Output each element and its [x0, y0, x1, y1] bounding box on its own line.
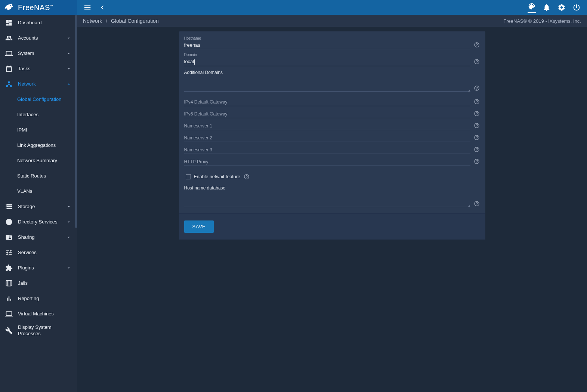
breadcrumb-bar: Network / Global Configuration FreeNAS® … [77, 15, 587, 27]
sidebar-item-reporting[interactable]: Reporting [0, 291, 77, 306]
global-config-card: Hostname Domain local [179, 31, 485, 240]
bell-icon [543, 3, 551, 12]
additional-domains-label: Additional Domains [184, 70, 480, 75]
sidebar-item-label: Storage [18, 204, 65, 209]
svg-point-5 [10, 5, 11, 6]
sidebar-subitem-interfaces[interactable]: Interfaces [0, 107, 77, 122]
info-icon [5, 218, 13, 226]
jail-icon [5, 280, 13, 287]
save-button[interactable]: SAVE [184, 220, 214, 233]
sidebar-item-dashboard[interactable]: Dashboard [0, 15, 77, 30]
palette-icon [528, 2, 536, 10]
nameserver1-input[interactable] [184, 122, 470, 130]
settings-button[interactable] [554, 0, 569, 15]
sidebar-item-virtual-machines[interactable]: Virtual Machines [0, 306, 77, 321]
nameserver3-input[interactable] [184, 146, 470, 154]
sidebar-item-label: Plugins [18, 265, 65, 271]
sidebar-item-directory-services[interactable]: Directory Services [0, 214, 77, 229]
gear-icon [557, 3, 566, 12]
folder-shared-icon [5, 234, 13, 241]
hostname-label: Hostname [184, 37, 470, 40]
bar-chart-icon [5, 295, 13, 302]
sidebar-item-network[interactable]: Network [0, 76, 77, 92]
nameserver2-help[interactable] [473, 134, 480, 141]
chevron-down-icon [66, 66, 71, 71]
ipv6-gateway-help[interactable] [473, 110, 480, 117]
sidebar-item-storage[interactable]: Storage [0, 199, 77, 214]
sidebar-item-services[interactable]: Services [0, 245, 77, 260]
device-hub-icon [5, 80, 13, 88]
ipv6-gateway-input[interactable] [184, 110, 470, 118]
laptop-icon [5, 310, 13, 318]
brand-logo[interactable]: FreeNAS™ [0, 0, 77, 15]
ipv4-gateway-input[interactable] [184, 98, 470, 106]
host-name-db-help[interactable] [473, 200, 480, 207]
chevron-up-icon [66, 81, 71, 87]
sidebar-item-label: System [18, 50, 65, 56]
menu-toggle-button[interactable] [80, 0, 95, 15]
sidebar-item-accounts[interactable]: Accounts [0, 30, 77, 46]
sidebar-subitem-vlans[interactable]: VLANs [0, 183, 77, 199]
additional-domains-help[interactable] [473, 85, 480, 92]
sidebar: DashboardAccountsSystemTasksNetworkGloba… [0, 15, 77, 392]
help-icon [474, 59, 480, 65]
sidebar-item-sharing[interactable]: Sharing [0, 229, 77, 245]
back-button[interactable] [95, 0, 110, 15]
help-icon [474, 111, 480, 117]
ipv4-gateway-help[interactable] [473, 98, 480, 105]
domain-input[interactable]: local [184, 58, 470, 66]
calendar-icon [5, 65, 13, 72]
group-icon [5, 34, 13, 42]
sidebar-item-label: Tasks [18, 66, 65, 71]
notifications-button[interactable] [539, 0, 554, 15]
sidebar-item-label: Dashboard [18, 20, 72, 25]
nameserver2-input[interactable] [184, 134, 470, 142]
sidebar-item-label: Display System Processes [18, 324, 72, 337]
http-proxy-help[interactable] [473, 158, 480, 165]
help-icon [474, 99, 480, 105]
sidebar-subitem-link-aggregations[interactable]: Link Aggregations [0, 138, 77, 153]
breadcrumb-current: Global Configuration [111, 18, 159, 24]
sidebar-item-label: Directory Services [18, 219, 65, 225]
domain-help[interactable] [473, 58, 480, 65]
laptop-icon [5, 50, 13, 57]
sidebar-item-system[interactable]: System [0, 46, 77, 61]
hostname-input[interactable] [184, 41, 470, 49]
power-button[interactable] [569, 0, 584, 15]
chevron-down-icon [66, 51, 71, 56]
hostname-help[interactable] [473, 41, 480, 48]
nameserver1-help[interactable] [473, 122, 480, 129]
sidebar-item-label: Network [18, 81, 65, 87]
chevron-left-icon [98, 3, 106, 12]
sidebar-subitem-static-routes[interactable]: Static Routes [0, 168, 77, 183]
storage-icon [5, 203, 13, 210]
breadcrumb-parent[interactable]: Network [83, 18, 102, 24]
netwait-checkbox[interactable] [186, 174, 191, 179]
http-proxy-input[interactable] [184, 158, 470, 166]
nameserver3-help[interactable] [473, 146, 480, 153]
breadcrumb: Network / Global Configuration [83, 18, 159, 24]
sidebar-item-tasks[interactable]: Tasks [0, 61, 77, 76]
text-cursor [194, 59, 195, 65]
chevron-down-icon [66, 235, 71, 240]
netwait-label: Enable netwait feature [194, 174, 240, 179]
domain-label: Domain [184, 53, 470, 57]
tune-icon [5, 249, 13, 256]
sidebar-item-label: Services [18, 250, 72, 255]
theme-button[interactable] [524, 0, 539, 15]
netwait-help[interactable] [243, 173, 250, 180]
additional-domains-input[interactable] [184, 77, 470, 92]
sidebar-item-plugins[interactable]: Plugins [0, 260, 77, 275]
sidebar-item-label: Reporting [18, 296, 72, 301]
sidebar-subitem-global-configuration[interactable]: Global Configuration [0, 92, 77, 107]
sidebar-subitem-network-summary[interactable]: Network Summary [0, 153, 77, 168]
sidebar-item-label: Jails [18, 280, 72, 286]
host-name-db-input[interactable] [184, 193, 470, 207]
sidebar-item-display-system-processes[interactable]: Display System Processes [0, 321, 77, 340]
sidebar-item-label: Virtual Machines [18, 311, 72, 317]
sidebar-subitem-ipmi[interactable]: IPMI [0, 122, 77, 138]
sidebar-item-jails[interactable]: Jails [0, 275, 77, 291]
help-icon [474, 42, 480, 48]
topbar [77, 0, 587, 15]
help-icon [474, 158, 480, 164]
